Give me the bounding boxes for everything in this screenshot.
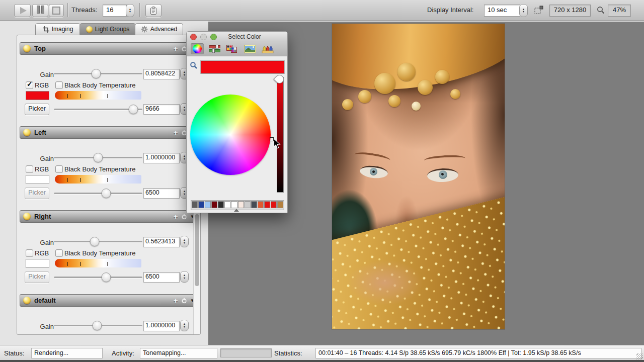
spin-down-icon[interactable]: ▼	[183, 193, 186, 196]
swatch-drawer-handle[interactable]	[234, 209, 239, 212]
swatch[interactable]	[245, 201, 251, 208]
swatch[interactable]	[258, 201, 264, 208]
copy-to-clipboard-button[interactable]	[145, 4, 162, 17]
zoom-window-icon[interactable]	[210, 34, 217, 40]
power-icon[interactable]	[181, 214, 187, 220]
spin-down-icon[interactable]: ▼	[183, 109, 186, 112]
swatch[interactable]	[264, 201, 270, 208]
color-wheel[interactable]	[190, 95, 271, 175]
light-group-header[interactable]: Left + ▾	[20, 126, 198, 139]
picker-value-input[interactable]: 6500	[143, 272, 180, 283]
gain-value-input[interactable]: 1.0000000	[143, 321, 180, 331]
spin-down-icon[interactable]: ▼	[183, 326, 186, 329]
add-icon[interactable]: +	[174, 298, 178, 303]
gain-stepper[interactable]: ▲ ▼	[180, 236, 189, 247]
bbt-checkbox[interactable]	[55, 165, 63, 173]
gain-stepper[interactable]: ▲ ▼	[180, 320, 189, 331]
light-color-swatch[interactable]	[26, 175, 49, 184]
color-palettes-mode-button[interactable]	[226, 43, 239, 54]
tab-advanced[interactable]: Advanced	[135, 23, 183, 35]
slider-thumb[interactable]	[94, 153, 103, 162]
light-color-swatch[interactable]	[26, 259, 49, 268]
spin-down-icon[interactable]: ▼	[129, 11, 131, 14]
swatch[interactable]	[205, 201, 211, 208]
slider-thumb[interactable]	[101, 273, 111, 282]
resize-grip[interactable]	[636, 353, 643, 359]
image-palettes-mode-button[interactable]	[244, 43, 257, 54]
add-icon[interactable]: +	[174, 214, 178, 219]
close-icon[interactable]	[190, 34, 197, 40]
render-resume-button[interactable]	[14, 4, 31, 17]
gain-value-input[interactable]: 0.5623413	[143, 237, 180, 247]
light-group-header[interactable]: default + ▾	[20, 294, 198, 307]
color-sliders-mode-button[interactable]	[208, 43, 221, 54]
gain-slider[interactable]	[54, 69, 142, 78]
rgb-checkbox[interactable]: ✓	[26, 81, 33, 89]
light-group-header[interactable]: Top + ▾	[20, 42, 198, 55]
picker-slider[interactable]	[54, 273, 142, 282]
render-stop-button[interactable]	[49, 4, 64, 17]
tab-imaging[interactable]: Imaging	[35, 23, 80, 35]
power-icon[interactable]	[181, 298, 187, 304]
stop-icon	[52, 7, 60, 15]
slider-thumb[interactable]	[90, 237, 99, 246]
add-icon[interactable]: +	[174, 130, 178, 135]
picker-value-input[interactable]: 9666	[143, 104, 180, 115]
add-icon[interactable]: +	[174, 46, 178, 51]
picker-slider[interactable]	[54, 105, 142, 114]
picker-slider[interactable]	[54, 189, 142, 198]
bbt-checkbox[interactable]	[55, 81, 63, 89]
color-picker-loupe-button[interactable]	[190, 61, 198, 71]
bbt-checkbox[interactable]	[55, 249, 63, 257]
gain-slider[interactable]	[54, 237, 142, 246]
spin-down-icon[interactable]: ▼	[183, 158, 186, 161]
slider-thumb[interactable]	[129, 105, 138, 114]
swatch[interactable]	[218, 201, 224, 208]
swatch[interactable]	[271, 201, 277, 208]
slider-thumb[interactable]	[93, 321, 102, 330]
gain-slider[interactable]	[54, 321, 142, 330]
scrollbar-thumb[interactable]	[195, 214, 199, 286]
spin-down-icon[interactable]: ▼	[522, 11, 525, 14]
picker-button[interactable]: Picker	[25, 188, 49, 199]
gain-value-input[interactable]: 1.0000000	[143, 153, 180, 163]
gain-slider[interactable]	[54, 153, 142, 162]
gain-value-input[interactable]: 0.8058422	[143, 69, 180, 79]
picker-stepper[interactable]: ▲ ▼	[180, 271, 189, 283]
swatch[interactable]	[192, 201, 198, 208]
brightness-slider[interactable]	[277, 77, 284, 193]
spin-down-icon[interactable]: ▼	[183, 277, 186, 280]
picker-value-input[interactable]: 6500	[143, 188, 180, 199]
gain-label: Gain	[32, 71, 54, 78]
swatch[interactable]	[224, 201, 230, 208]
crayons-mode-button[interactable]	[261, 43, 274, 54]
picker-button[interactable]: Picker	[25, 104, 49, 115]
slider-thumb[interactable]	[92, 69, 101, 78]
swatch[interactable]	[211, 201, 217, 208]
swatch[interactable]	[277, 201, 283, 208]
threads-input[interactable]: 16	[103, 5, 127, 17]
rgb-checkbox[interactable]	[26, 249, 33, 257]
color-wheel-mode-button[interactable]	[191, 43, 204, 54]
zoom-button[interactable]	[596, 6, 605, 17]
swatch[interactable]	[238, 201, 244, 208]
display-interval-input[interactable]: 10 sec	[484, 5, 520, 17]
light-color-swatch[interactable]	[26, 91, 49, 100]
picker-button[interactable]: Picker	[25, 272, 49, 283]
rgb-checkbox[interactable]	[26, 165, 33, 173]
spin-down-icon[interactable]: ▼	[183, 242, 186, 245]
threads-stepper[interactable]: ▲ ▼	[126, 4, 134, 17]
slider-thumb[interactable]	[101, 189, 111, 198]
tab-light-groups[interactable]: Light Groups	[79, 23, 136, 35]
minimize-icon[interactable]	[200, 34, 207, 40]
light-group-header[interactable]: Right + ▾	[20, 210, 198, 223]
render-pause-button[interactable]	[32, 4, 48, 17]
resize-render-button[interactable]	[534, 6, 544, 17]
swatch[interactable]	[251, 201, 257, 208]
dialog-titlebar[interactable]: Select Color	[187, 32, 287, 42]
swatch[interactable]	[198, 201, 204, 208]
spin-down-icon[interactable]: ▼	[183, 74, 186, 77]
display-interval-stepper[interactable]: ▲ ▼	[519, 4, 528, 17]
bbt-label: Black Body Temperature	[64, 249, 135, 257]
swatch[interactable]	[231, 201, 237, 208]
